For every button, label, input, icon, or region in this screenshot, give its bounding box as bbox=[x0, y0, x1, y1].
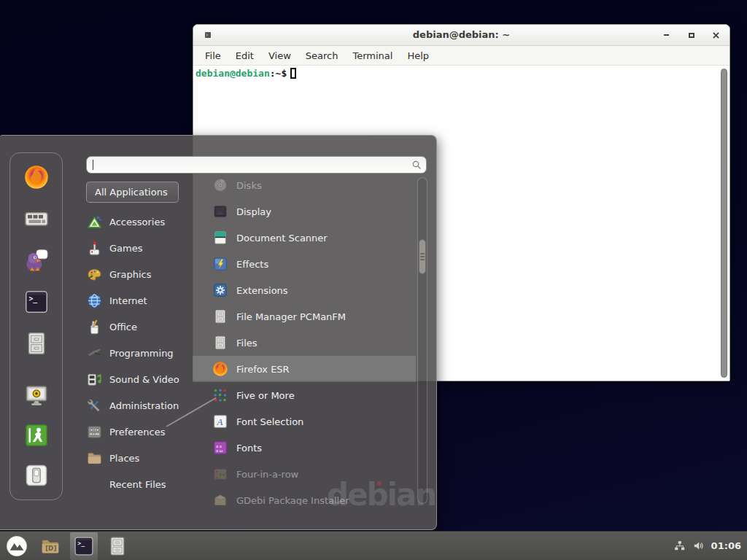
app-item-label: File Manager PCManFM bbox=[236, 311, 346, 322]
lock-screen-icon bbox=[23, 382, 50, 408]
internet-icon bbox=[86, 292, 103, 309]
favorites-group: >_ bbox=[10, 163, 62, 357]
terminal-window-icon bbox=[204, 31, 212, 39]
app-item-label: Font Selection bbox=[236, 416, 303, 427]
app-item-file-manager-pcmanfm[interactable]: File Manager PCManFM bbox=[193, 303, 416, 330]
app-item-five-or-more[interactable]: Five or More bbox=[193, 382, 416, 408]
favorite-firefox-button[interactable] bbox=[23, 163, 50, 191]
app-item-files[interactable]: Files bbox=[193, 330, 416, 356]
terminal-cursor bbox=[290, 68, 296, 79]
category-sound-video[interactable]: Sound & Video bbox=[86, 366, 196, 392]
shutdown-button[interactable] bbox=[23, 462, 50, 489]
menu-scrollbar-thumb[interactable] bbox=[419, 239, 426, 274]
files-window-button[interactable]: [D] bbox=[36, 532, 64, 560]
app-item-document-scanner[interactable]: Document Scanner bbox=[193, 225, 416, 251]
svg-text:[D]: [D] bbox=[45, 545, 56, 552]
network-status-icon[interactable] bbox=[673, 540, 686, 552]
app-menu-panel: debian >_ All Applications AccessoriesGa… bbox=[0, 135, 437, 530]
category-label: Accessories bbox=[109, 217, 165, 228]
category-internet[interactable]: Internet bbox=[86, 287, 196, 314]
app-item-display[interactable]: Display bbox=[193, 198, 416, 225]
lock-screen-button[interactable] bbox=[23, 381, 50, 409]
category-label: Sound & Video bbox=[109, 374, 179, 385]
favorite-pidgin-button[interactable] bbox=[23, 246, 50, 274]
menu-edit[interactable]: Edit bbox=[228, 50, 261, 61]
accessories-icon bbox=[86, 214, 103, 230]
category-places[interactable]: Places bbox=[86, 445, 196, 471]
taskbar-launchers: [D]>_ bbox=[3, 532, 131, 560]
category-graphics[interactable]: Graphics bbox=[86, 261, 196, 287]
category-administration[interactable]: Administration bbox=[86, 392, 196, 419]
window-title: debian@debian: ~ bbox=[193, 25, 729, 45]
category-preferences[interactable]: Preferences bbox=[86, 419, 196, 445]
menu-search[interactable]: Search bbox=[298, 50, 346, 61]
menu-terminal[interactable]: Terminal bbox=[345, 50, 400, 61]
file-cabinet-icon bbox=[212, 308, 228, 324]
favorite-file-cabinet-button[interactable] bbox=[23, 330, 50, 357]
favorite-terminal-button[interactable]: >_ bbox=[23, 288, 50, 316]
app-item-gdebi-package-installer[interactable]: GDebi Package Installer bbox=[193, 487, 416, 505]
volume-icon[interactable] bbox=[692, 540, 705, 552]
app-item-firefox-esr[interactable]: Firefox ESR bbox=[193, 356, 416, 382]
app-item-label: Fonts bbox=[236, 443, 262, 454]
prompt-user-host: debian@debian bbox=[196, 68, 270, 79]
display-icon bbox=[212, 203, 228, 219]
svg-text:A: A bbox=[216, 417, 222, 427]
all-applications-button[interactable]: All Applications bbox=[86, 182, 179, 203]
favorite-keyboard-button[interactable] bbox=[23, 205, 50, 233]
terminal-icon: >_ bbox=[73, 535, 95, 557]
titlebar[interactable]: debian@debian: ~ bbox=[193, 25, 729, 46]
app-item-disks[interactable]: Disks bbox=[193, 176, 416, 198]
app-item-label: GDebi Package Installer bbox=[236, 495, 349, 506]
app-item-label: Document Scanner bbox=[236, 233, 328, 244]
app-item-label: Five or More bbox=[236, 390, 295, 401]
minimize-icon bbox=[664, 34, 669, 36]
menu-help[interactable]: Help bbox=[400, 50, 436, 61]
app-item-fonts[interactable]: a aa ωFonts bbox=[193, 435, 416, 461]
close-icon bbox=[713, 32, 719, 39]
logout-button[interactable] bbox=[23, 421, 50, 449]
menu-icon bbox=[6, 535, 28, 557]
maximize-icon bbox=[689, 33, 694, 38]
menu-button[interactable] bbox=[3, 532, 31, 560]
preferences-icon bbox=[86, 424, 103, 440]
disks-icon bbox=[212, 177, 228, 193]
close-button[interactable] bbox=[711, 31, 721, 40]
scrollbar-grip-icon bbox=[420, 256, 425, 257]
gdebi-icon bbox=[212, 492, 228, 505]
app-item-label: Disks bbox=[236, 180, 262, 191]
file-cabinet-icon bbox=[23, 330, 50, 357]
app-item-extensions[interactable]: Extensions bbox=[193, 277, 416, 303]
extensions-icon bbox=[212, 282, 228, 298]
category-label: Games bbox=[109, 243, 142, 254]
five-or-more-icon bbox=[212, 387, 228, 403]
shutdown-icon bbox=[23, 462, 50, 489]
minimize-button[interactable] bbox=[662, 31, 671, 40]
games-icon bbox=[86, 240, 103, 257]
category-accessories[interactable]: Accessories bbox=[86, 209, 196, 235]
category-office[interactable]: Office bbox=[86, 314, 196, 340]
keyboard-icon bbox=[23, 206, 50, 232]
document-scanner-icon bbox=[212, 230, 228, 246]
menu-scrollbar[interactable] bbox=[417, 177, 427, 504]
search-input[interactable] bbox=[86, 156, 427, 174]
file-manager-window-button[interactable] bbox=[104, 532, 131, 560]
category-games[interactable]: Games bbox=[86, 235, 196, 261]
prompt-path: :~$ bbox=[270, 68, 287, 79]
effects-icon bbox=[212, 256, 228, 272]
app-item-effects[interactable]: Effects bbox=[193, 251, 416, 277]
category-programming[interactable]: Programming bbox=[86, 340, 196, 366]
terminal-scrollbar[interactable] bbox=[719, 68, 729, 378]
four-in-a-row-icon bbox=[212, 466, 228, 482]
category-recent-files[interactable]: Recent Files bbox=[86, 471, 196, 497]
maximize-button[interactable] bbox=[686, 31, 696, 40]
menu-view[interactable]: View bbox=[261, 50, 298, 61]
application-list: DisksDisplayDocument ScannerEffectsExten… bbox=[193, 176, 416, 505]
terminal-scrollbar-thumb[interactable] bbox=[721, 69, 727, 378]
terminal-window-button[interactable]: >_ bbox=[70, 532, 98, 560]
menu-file[interactable]: File bbox=[198, 50, 228, 61]
app-item-font-selection[interactable]: AFont Selection bbox=[193, 408, 416, 435]
clock[interactable]: 01:06 bbox=[711, 540, 741, 551]
sound-video-icon bbox=[86, 371, 103, 388]
app-item-four-in-a-row[interactable]: Four-in-a-row bbox=[193, 461, 416, 487]
